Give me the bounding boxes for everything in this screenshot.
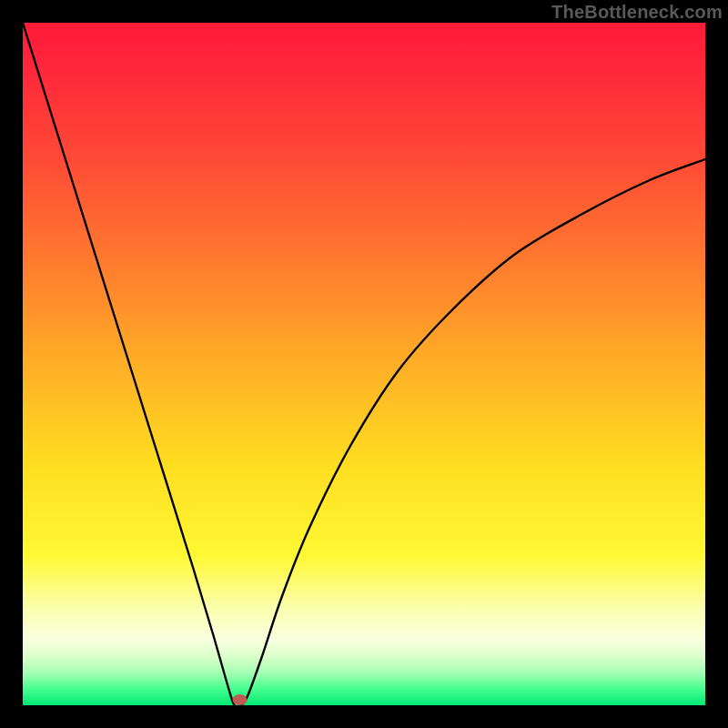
chart-frame: TheBottleneck.com — [0, 0, 728, 728]
plot-area — [23, 23, 705, 705]
bottleneck-chart — [23, 23, 705, 705]
watermark-label: TheBottleneck.com — [551, 2, 723, 23]
gradient-background — [23, 23, 705, 705]
optimal-point-marker — [233, 694, 248, 705]
